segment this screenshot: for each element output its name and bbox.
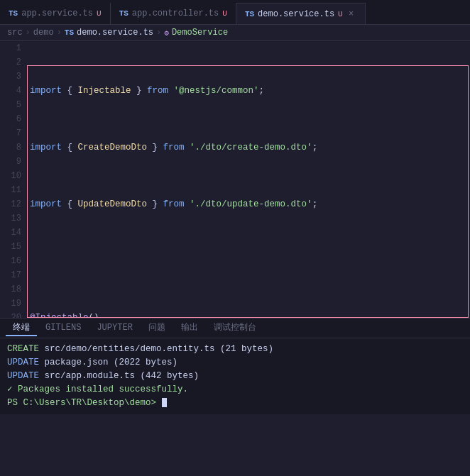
ts-badge: TS: [119, 9, 129, 18]
code-content[interactable]: import { Injectable } from '@nestjs/comm…: [27, 41, 470, 318]
ts-badge: TS: [245, 10, 254, 18]
code-area[interactable]: 1 2 3 4 5 6 7 8 9 10 11 12 13 14 15 16 1…: [0, 41, 470, 318]
tab-bar: TS app.service.ts U TS app.controller.ts…: [0, 0, 470, 25]
editor-area: 1 2 3 4 5 6 7 8 9 10 11 12 13 14 15 16 1…: [0, 41, 470, 318]
line-num: 6: [0, 112, 21, 126]
terminal-tab-problems[interactable]: 问题: [141, 320, 173, 336]
line-num: 1: [0, 41, 21, 55]
terminal-content[interactable]: CREATE src/demo/entities/demo.entity.ts …: [0, 338, 470, 414]
terminal-line-4: ✓ Packages installed successfully.: [7, 383, 463, 397]
line-num: 19: [0, 297, 21, 311]
line-num: 18: [0, 282, 21, 297]
breadcrumb-sep: ›: [156, 28, 161, 38]
line-num: 15: [0, 240, 21, 254]
terminal-line-1: CREATE src/demo/entities/demo.entity.ts …: [7, 343, 463, 356]
line-num: 9: [0, 155, 21, 169]
code-line-5: @Injectable(): [30, 311, 470, 318]
ts-badge: TS: [9, 9, 18, 18]
breadcrumb-filename: demo.service.ts: [77, 28, 153, 38]
line-num: 5: [0, 98, 21, 112]
terminal-tab-output[interactable]: 输出: [174, 320, 205, 336]
terminal-tabs: 终端 GITLENS JUPYTER 问题 输出 调试控制台: [0, 319, 470, 338]
line-num: 12: [0, 197, 21, 211]
code-line-3: import { UpdateDemoDto } from './dto/upd…: [30, 197, 470, 211]
line-num: 14: [0, 226, 21, 240]
line-num: 20: [0, 311, 21, 318]
tab-label: app.service.ts: [21, 9, 93, 18]
line-num: 11: [0, 183, 21, 197]
breadcrumb-classname: DemoService: [172, 28, 228, 38]
tab-close-button[interactable]: ×: [346, 9, 356, 19]
breadcrumb: src › demo › TS demo.service.ts › ⚙ Demo…: [0, 25, 470, 41]
line-num: 4: [0, 84, 21, 98]
line-num: 16: [0, 254, 21, 268]
terminal-tab-gitlens[interactable]: GITLENS: [38, 321, 88, 336]
tab-label: demo.service.ts: [258, 9, 334, 19]
code-line-2: import { CreateDemoDto } from './dto/cre…: [30, 140, 470, 155]
breadcrumb-class-icon: ⚙: [164, 28, 169, 38]
terminal-tab-jupyter[interactable]: JUPYTER: [89, 321, 139, 336]
terminal-line-5: PS C:\Users\TR\Desktop\demo>: [7, 397, 463, 410]
tab-label: app.controller.ts: [132, 9, 219, 18]
tab-app-controller[interactable]: TS app.controller.ts U: [111, 3, 236, 24]
breadcrumb-demo: demo: [33, 28, 54, 38]
line-num: 3: [0, 70, 21, 84]
line-num: 13: [0, 211, 21, 226]
tab-dirty-badge: U: [338, 10, 343, 18]
code-line-1: import { Injectable } from '@nestjs/comm…: [30, 84, 470, 98]
terminal-line-3: UPDATE src/app.module.ts (442 bytes): [7, 370, 463, 383]
tab-demo-service[interactable]: TS demo.service.ts U ×: [236, 3, 366, 24]
code-line-4: [30, 254, 470, 268]
tab-app-service[interactable]: TS app.service.ts U: [0, 3, 111, 24]
breadcrumb-ts: TS: [65, 28, 74, 37]
line-num: 2: [0, 55, 21, 70]
line-num: 8: [0, 140, 21, 155]
line-num: 7: [0, 126, 21, 140]
breadcrumb-sep: ›: [26, 28, 31, 38]
tab-dirty-badge: U: [222, 9, 227, 18]
line-num: 17: [0, 268, 21, 282]
line-num: 10: [0, 169, 21, 183]
line-numbers: 1 2 3 4 5 6 7 8 9 10 11 12 13 14 15 16 1…: [0, 41, 27, 318]
terminal-tab-terminal[interactable]: 终端: [6, 320, 37, 336]
breadcrumb-sep: ›: [57, 28, 62, 38]
terminal-panel: 终端 GITLENS JUPYTER 问题 输出 调试控制台 CREATE sr…: [0, 318, 470, 414]
tab-dirty-badge: U: [97, 9, 102, 18]
terminal-line-2: UPDATE package.json (2022 bytes): [7, 356, 463, 370]
terminal-tab-debug[interactable]: 调试控制台: [207, 320, 263, 336]
breadcrumb-src: src: [7, 28, 23, 38]
